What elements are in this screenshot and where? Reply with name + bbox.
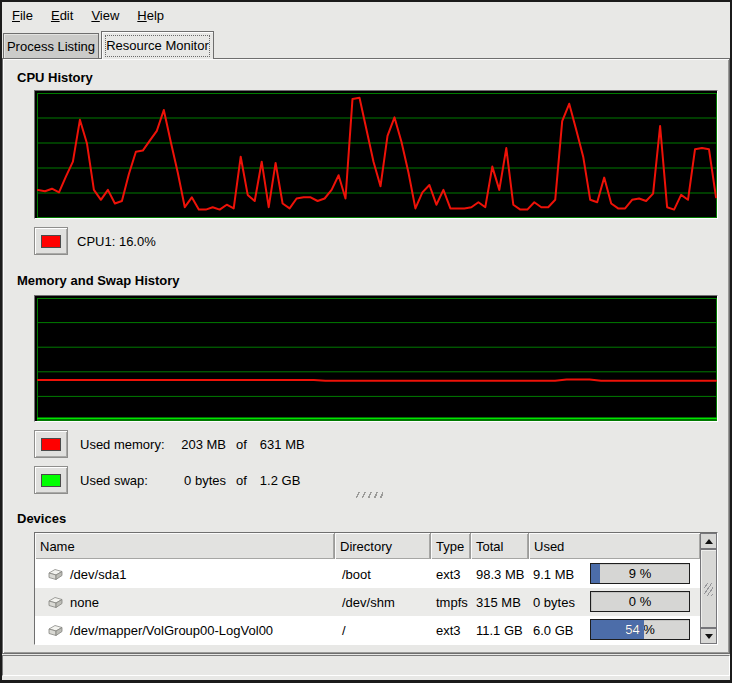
tab-resource-monitor-label: Resource Monitor [106, 38, 209, 53]
device-name: none [70, 595, 99, 610]
table-row[interactable]: /dev/sda1 /boot ext3 98.3 MB 9.1 MB 9 % … [35, 560, 700, 588]
device-name: /dev/mapper/VolGroup00-LogVol00 [70, 623, 273, 638]
tab-process-listing[interactable]: Process Listing [3, 33, 99, 58]
cpu1-color-swatch-button[interactable] [34, 227, 68, 255]
used-swap-legend: Used swap: 0 bytes of 1.2 GB [34, 465, 300, 495]
usage-progress-bar: 54 % 54 % [590, 619, 690, 640]
column-header-directory[interactable]: Directory [335, 533, 431, 559]
menu-edit[interactable]: Edit [42, 4, 82, 27]
device-name: /dev/sda1 [70, 567, 126, 582]
devices-title: Devices [17, 511, 66, 526]
device-directory: /dev/shm [342, 595, 395, 610]
cpu-history-title: CPU History [17, 70, 93, 85]
tabbar: Process Listing Resource Monitor [2, 30, 730, 60]
device-directory: / [342, 623, 346, 638]
total-memory-value: 631 MB [260, 437, 305, 452]
scrollbar-down-button[interactable] [700, 628, 717, 644]
swap-color-swatch-button[interactable] [34, 466, 68, 494]
device-directory: /boot [342, 567, 371, 582]
memory-color-swatch-button[interactable] [34, 430, 68, 458]
device-type: ext3 [436, 623, 461, 638]
disk-icon [47, 568, 64, 581]
used-memory-of: of [236, 437, 247, 452]
scrollbar-thumb[interactable] [700, 549, 717, 628]
menu-file[interactable]: File [3, 4, 42, 27]
column-header-total[interactable]: Total [471, 533, 529, 559]
column-header-type[interactable]: Type [431, 533, 471, 559]
memory-color-swatch-fill [41, 438, 61, 451]
memory-swap-graph [34, 295, 718, 422]
column-header-used[interactable]: Used [529, 533, 700, 559]
table-row[interactable]: none /dev/shm tmpfs 315 MB 0 bytes 0 % 0… [35, 588, 700, 616]
cpu-history-graph [34, 90, 718, 219]
disk-icon [47, 596, 64, 609]
device-used: 6.0 GB [533, 623, 573, 638]
menubar: File Edit View Help [2, 2, 730, 29]
column-header-name[interactable]: Name [35, 533, 335, 559]
used-swap-value: 0 bytes [178, 473, 226, 488]
usage-progress-bar: 0 % 0 % [590, 591, 690, 612]
used-swap-of: of [236, 473, 247, 488]
system-monitor-window: File Edit View Help Process Listing Reso… [0, 0, 732, 683]
device-total: 315 MB [476, 595, 521, 610]
tab-process-listing-label: Process Listing [7, 39, 95, 54]
pane-resize-grip[interactable] [355, 490, 383, 499]
used-memory-value: 203 MB [178, 437, 226, 452]
usage-progress-bar: 9 % 9 % [590, 563, 690, 584]
resource-monitor-page: CPU History CPU1: 16.0% Memory and Swap … [2, 58, 730, 654]
devices-table: Name Directory Type Total Used /dev/sda1… [34, 532, 718, 645]
table-row[interactable]: /dev/mapper/VolGroup00-LogVol00 / ext3 1… [35, 616, 700, 644]
menu-view[interactable]: View [82, 4, 128, 27]
scrollbar-up-button[interactable] [700, 533, 717, 549]
progress-percent-label: 9 % [591, 564, 689, 583]
arrow-up-icon [705, 539, 713, 544]
device-used: 0 bytes [533, 595, 575, 610]
device-type: tmpfs [436, 595, 468, 610]
memory-swap-title: Memory and Swap History [17, 273, 180, 288]
cpu-history-chart [37, 93, 717, 218]
used-swap-label: Used swap: [80, 473, 178, 488]
device-total: 98.3 MB [476, 567, 524, 582]
used-memory-legend: Used memory: 203 MB of 631 MB [34, 429, 305, 459]
disk-icon [47, 624, 64, 637]
cpu1-color-swatch-fill [41, 235, 61, 248]
used-memory-label: Used memory: [80, 437, 178, 452]
statusbar [2, 655, 730, 676]
progress-percent-label: 0 % [591, 592, 689, 611]
total-swap-value: 1.2 GB [260, 473, 300, 488]
device-total: 11.1 GB [476, 623, 523, 638]
memory-swap-chart [37, 298, 717, 421]
devices-table-header: Name Directory Type Total Used [35, 533, 700, 559]
menu-help[interactable]: Help [128, 4, 173, 27]
devices-vertical-scrollbar [700, 533, 717, 644]
cpu1-usage-label: CPU1: 16.0% [77, 234, 156, 249]
cpu-legend: CPU1: 16.0% [34, 226, 156, 256]
swap-color-swatch-fill [41, 474, 61, 487]
tab-resource-monitor[interactable]: Resource Monitor [101, 31, 214, 59]
device-type: ext3 [436, 567, 461, 582]
arrow-down-icon [705, 634, 713, 639]
device-used: 9.1 MB [533, 567, 574, 582]
